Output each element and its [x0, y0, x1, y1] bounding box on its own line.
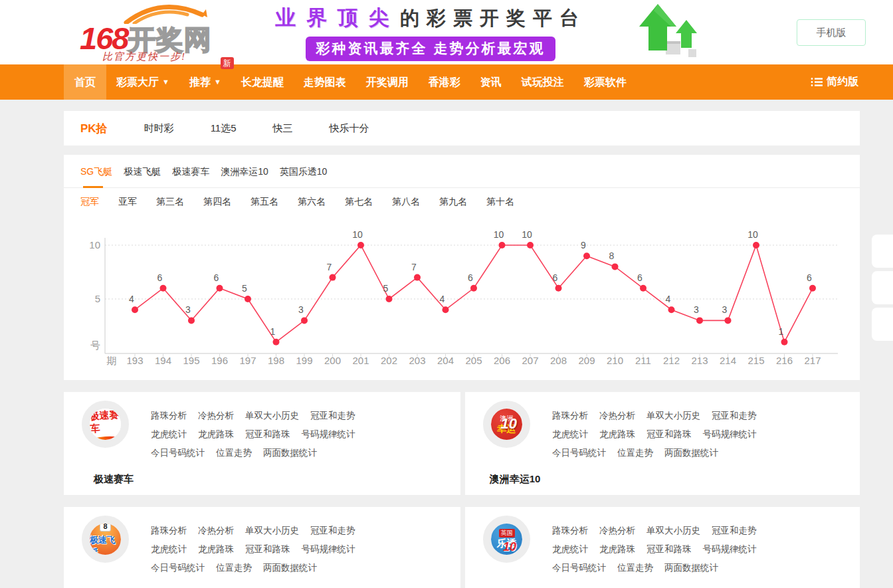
- game-logo-ring[interactable]: 英国乐透10: [483, 516, 530, 563]
- stat-link[interactable]: 位置走势: [216, 447, 252, 459]
- data-point-label: 4: [129, 294, 134, 304]
- category-tab-4[interactable]: 快乐十分: [330, 122, 369, 135]
- nav-item-9[interactable]: 彩票软件: [574, 64, 637, 100]
- stat-link[interactable]: 冠亚和走势: [310, 410, 355, 422]
- stat-link[interactable]: 两面数据统计: [263, 447, 317, 459]
- stat-link[interactable]: 两面数据统计: [263, 562, 317, 574]
- stat-link[interactable]: 路珠分析: [151, 410, 187, 422]
- position-tab-3[interactable]: 第四名: [203, 196, 231, 208]
- game-card-aus10: 澳洲幸运10澳洲幸运10路珠分析冷热分析单双大小历史冠亚和走势龙虎统计龙虎路珠冠…: [465, 392, 860, 495]
- game-tab-3[interactable]: 澳洲幸运10: [221, 166, 268, 178]
- data-point: [809, 285, 816, 292]
- position-tab-9[interactable]: 第十名: [486, 196, 514, 208]
- banner-rest-text: 的彩票开奖平台: [400, 7, 586, 29]
- stat-link[interactable]: 位置走势: [617, 447, 653, 459]
- stat-link[interactable]: 今日号码统计: [151, 562, 205, 574]
- position-tab-0[interactable]: 冠军: [80, 196, 99, 208]
- stat-link[interactable]: 位置走势: [216, 562, 252, 574]
- game-logo-ring[interactable]: 澳洲幸运10: [483, 401, 530, 448]
- stat-link[interactable]: 今日号码统计: [552, 447, 606, 459]
- stat-link[interactable]: 冠亚和走势: [310, 525, 355, 537]
- category-tab-0[interactable]: PK拾: [80, 121, 108, 136]
- position-tab-1[interactable]: 亚军: [118, 196, 137, 208]
- data-point-label: 4: [440, 294, 445, 304]
- position-tab-5[interactable]: 第六名: [298, 196, 326, 208]
- stat-links-row: 路珠分析冷热分析单双大小历史冠亚和走势: [151, 524, 367, 537]
- position-tab-4[interactable]: 第五名: [250, 196, 278, 208]
- category-tab-2[interactable]: 11选5: [211, 122, 237, 135]
- stat-link[interactable]: 单双大小历史: [245, 525, 299, 537]
- stat-link[interactable]: 路珠分析: [552, 525, 588, 537]
- stat-link[interactable]: 路珠分析: [151, 525, 187, 537]
- stat-link[interactable]: 两面数据统计: [664, 447, 718, 459]
- stat-link[interactable]: 冠亚和走势: [712, 525, 757, 537]
- position-tab-7[interactable]: 第八名: [392, 196, 420, 208]
- stat-link[interactable]: 龙虎统计: [151, 429, 187, 441]
- stat-links-row: 路珠分析冷热分析单双大小历史冠亚和走势: [151, 409, 367, 422]
- data-point: [217, 285, 223, 292]
- stat-link[interactable]: 单双大小历史: [646, 525, 700, 537]
- nav-item-6[interactable]: 香港彩: [419, 64, 470, 100]
- stat-link[interactable]: 冠亚和路珠: [245, 429, 290, 441]
- stat-link[interactable]: 龙虎统计: [552, 429, 588, 441]
- stat-link[interactable]: 冠亚和路珠: [646, 543, 692, 555]
- nav-item-8[interactable]: 试玩投注: [512, 64, 574, 100]
- stat-link[interactable]: 龙虎路珠: [198, 429, 234, 441]
- stat-link[interactable]: 龙虎路珠: [198, 543, 234, 555]
- side-quick-button[interactable]: [872, 271, 893, 304]
- data-point: [499, 242, 506, 248]
- stat-link[interactable]: 号码规律统计: [302, 543, 355, 555]
- position-tab-2[interactable]: 第三名: [156, 196, 184, 208]
- side-quick-button[interactable]: [872, 308, 893, 341]
- stat-link[interactable]: 路珠分析: [552, 410, 588, 422]
- stat-link[interactable]: 龙虎统计: [151, 543, 187, 555]
- stat-link[interactable]: 号码规律统计: [703, 429, 757, 441]
- nav-item-1[interactable]: 彩票大厅▼: [106, 64, 179, 100]
- category-tab-3[interactable]: 快三: [273, 122, 293, 135]
- active-tab-indicator: [83, 186, 103, 188]
- stat-link[interactable]: 冷热分析: [599, 410, 635, 422]
- data-point-label: 9: [581, 240, 586, 250]
- nav-item-5[interactable]: 开奖调用: [356, 64, 419, 100]
- game-logo-ring[interactable]: 极速赛车: [82, 401, 129, 448]
- stat-link[interactable]: 号码规律统计: [302, 429, 355, 441]
- stat-link[interactable]: 两面数据统计: [664, 562, 718, 574]
- position-tab-6[interactable]: 第七名: [345, 196, 373, 208]
- stat-link[interactable]: 龙虎路珠: [599, 543, 635, 555]
- stat-link[interactable]: 冠亚和路珠: [646, 429, 692, 441]
- stat-link[interactable]: 单双大小历史: [245, 410, 299, 422]
- nav-item-0[interactable]: 首页: [64, 64, 106, 100]
- stat-link[interactable]: 位置走势: [617, 562, 653, 574]
- nav-item-3[interactable]: 长龙提醒: [231, 64, 294, 100]
- stat-link[interactable]: 号码规律统计: [703, 543, 757, 555]
- mobile-version-button[interactable]: 手机版: [797, 19, 866, 46]
- game-logo-ring[interactable]: 8极速飞艇: [82, 516, 129, 563]
- stat-link[interactable]: 今日号码统计: [151, 447, 205, 459]
- game-card-boat8: 8极速飞艇路珠分析冷热分析单双大小历史冠亚和走势龙虎统计龙虎路珠冠亚和路珠号码规…: [64, 507, 460, 588]
- stat-link[interactable]: 单双大小历史: [646, 410, 700, 422]
- nav-item-4[interactable]: 走势图表: [294, 64, 356, 100]
- game-tab-0[interactable]: SG飞艇: [80, 166, 112, 178]
- nav-item-label: 开奖调用: [366, 76, 409, 88]
- boat8-logo-icon: 8极速飞艇: [90, 517, 121, 562]
- stat-link[interactable]: 龙虎路珠: [599, 429, 635, 441]
- game-tab-4[interactable]: 英国乐透10: [280, 166, 328, 178]
- stat-link[interactable]: 冠亚和走势: [712, 410, 757, 422]
- position-tab-8[interactable]: 第九名: [439, 196, 467, 208]
- category-tab-1[interactable]: 时时彩: [144, 122, 174, 135]
- stat-link[interactable]: 龙虎统计: [552, 543, 588, 555]
- game-tab-2[interactable]: 极速赛车: [172, 166, 209, 178]
- stat-link[interactable]: 冠亚和路珠: [245, 543, 290, 555]
- nav-item-2[interactable]: 推荐▼新: [179, 64, 231, 100]
- stat-link[interactable]: 冷热分析: [599, 525, 635, 537]
- stat-links-row: 龙虎统计龙虎路珠冠亚和路珠号码规律统计: [552, 543, 768, 555]
- compact-version-button[interactable]: 简约版: [811, 64, 858, 100]
- side-quick-button[interactable]: [872, 235, 893, 268]
- game-tab-1[interactable]: 极速飞艇: [124, 166, 161, 178]
- stat-link[interactable]: 今日号码统计: [552, 562, 606, 574]
- stat-links-row: 龙虎统计龙虎路珠冠亚和路珠号码规律统计: [151, 543, 367, 555]
- stat-links-row: 龙虎统计龙虎路珠冠亚和路珠号码规律统计: [151, 428, 367, 441]
- stat-link[interactable]: 冷热分析: [198, 410, 234, 422]
- stat-link[interactable]: 冷热分析: [198, 525, 234, 537]
- nav-item-7[interactable]: 资讯: [470, 64, 512, 100]
